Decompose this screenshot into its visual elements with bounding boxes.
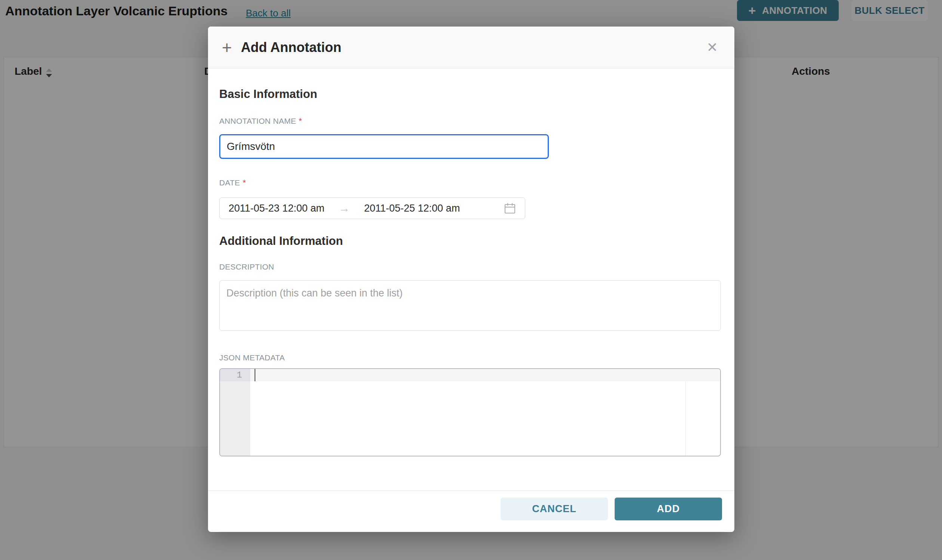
- date-range-picker[interactable]: 2011-05-23 12:00 am → 2011-05-25 12:00 a…: [219, 197, 525, 219]
- cancel-button[interactable]: CANCEL: [501, 498, 608, 520]
- editor-print-margin: [685, 381, 686, 456]
- close-icon[interactable]: ✕: [707, 41, 718, 54]
- modal-title: Add Annotation: [241, 40, 342, 55]
- json-metadata-label: JSON METADATA: [219, 353, 285, 362]
- editor-line-number: 1: [220, 369, 250, 381]
- date-label: DATE*: [219, 178, 246, 188]
- required-marker: *: [299, 116, 302, 126]
- date-start-value[interactable]: 2011-05-23 12:00 am: [228, 203, 324, 214]
- add-annotation-modal: + Add Annotation ✕ Basic Information ANN…: [208, 26, 734, 532]
- additional-information-heading: Additional Information: [219, 234, 343, 248]
- basic-information-heading: Basic Information: [219, 88, 317, 101]
- date-end-value[interactable]: 2011-05-25 12:00 am: [364, 203, 460, 214]
- annotation-name-input[interactable]: [219, 134, 549, 159]
- annotation-name-label: ANNOTATION NAME*: [219, 116, 302, 126]
- description-label: DESCRIPTION: [219, 262, 274, 271]
- description-textarea[interactable]: [219, 280, 721, 331]
- calendar-icon: [504, 202, 516, 214]
- editor-active-line: [250, 369, 720, 381]
- plus-icon: +: [222, 39, 232, 56]
- editor-text-cursor: [254, 369, 256, 381]
- editor-gutter: [220, 369, 250, 456]
- add-button[interactable]: ADD: [615, 498, 722, 520]
- range-arrow-icon: →: [339, 202, 350, 215]
- modal-header: + Add Annotation ✕: [208, 26, 734, 68]
- required-marker: *: [243, 178, 246, 187]
- modal-footer-divider: [208, 491, 734, 491]
- json-metadata-editor[interactable]: 1: [219, 368, 721, 457]
